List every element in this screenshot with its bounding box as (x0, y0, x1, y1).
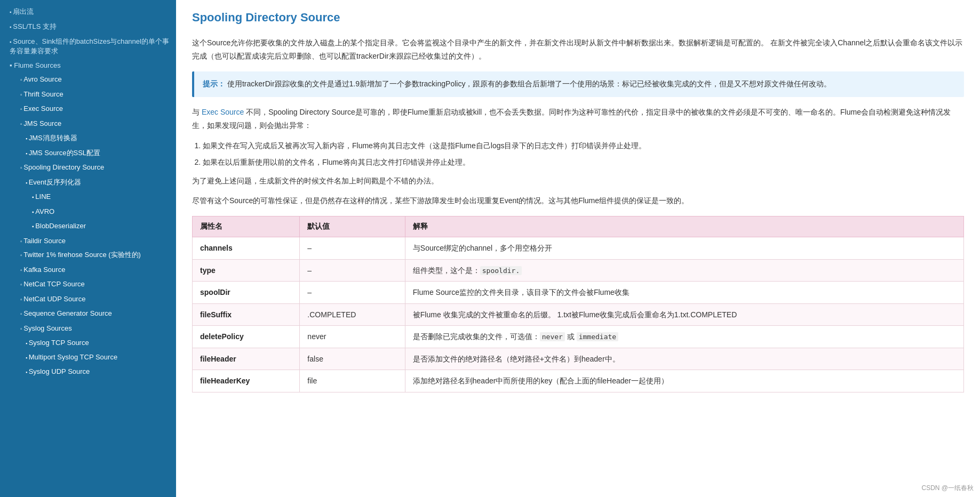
sidebar-item-jms-source[interactable]: JMS Source (0, 116, 176, 131)
sidebar-item-avro-source[interactable]: Avro Source (0, 72, 176, 87)
sidebar-item-netcat-udp[interactable]: NetCat UDP Source (0, 292, 176, 307)
sidebar-item-label: NetCat UDP Source (23, 295, 85, 303)
sidebar-item-label: JMS Source (23, 119, 61, 127)
col-header-default: 默认值 (300, 217, 405, 237)
sidebar-item-label: Kafka Source (23, 266, 65, 274)
table-cell-default: file (300, 370, 405, 392)
table-cell-prop: spoolDir (193, 282, 300, 303)
sidebar-item-label: NetCat TCP Source (23, 280, 84, 288)
sidebar-item-label: Exec Source (23, 105, 63, 113)
exec-source-link[interactable]: Exec Source (202, 108, 244, 116)
sidebar-item-thrift-source[interactable]: Thrift Source (0, 87, 176, 102)
exception-list: 如果文件在写入完成后又被再次写入新内容，Flume将向其日志文件（这是指Flum… (203, 139, 964, 169)
table-cell-desc: 组件类型，这个是：spooldir. (405, 259, 963, 282)
paragraph-3: 为了避免上述问题，生成新文件的时候文件名加上时间戳是个不错的办法。 (192, 174, 964, 188)
sidebar-item-label: Event反序列化器 (29, 178, 81, 186)
sidebar-item-label: Spooling Directory Source (23, 163, 104, 171)
table-cell-desc: Flume Source监控的文件夹目录，该目录下的文件会被Flume收集 (405, 282, 963, 303)
bullet-icon: ▪ (10, 61, 14, 69)
sidebar-item-taildir-source[interactable]: Taildir Source (0, 234, 176, 248)
table-cell-desc: 是否添加文件的绝对路径名（绝对路径+文件名）到header中。 (405, 348, 963, 370)
main-content: Spooling Directory Source 这个Source允许你把要收… (176, 0, 980, 497)
sidebar-item-blob-deser[interactable]: BlobDeserializer (0, 219, 176, 234)
sidebar-item-syslog-tcp[interactable]: Syslog TCP Source (0, 335, 176, 350)
col-header-desc: 解释 (405, 217, 963, 237)
sidebar-item-label: Syslog TCP Source (29, 339, 89, 347)
table-cell-default: – (300, 282, 405, 303)
table-row: deletePolicynever是否删除已完成收集的文件，可选值：never … (193, 326, 964, 348)
sidebar-item-twitter-source[interactable]: Twitter 1% firehose Source (实验性的) (0, 248, 176, 262)
sidebar-item-batch-sizes[interactable]: Source、Sink组件的batchSizes与channel的单个事务容量兼… (0, 34, 176, 59)
flume-sources-label: Flume Sources (14, 61, 60, 69)
sidebar-item-label: Source、Sink组件的batchSizes与channel的单个事务容量兼… (10, 37, 169, 55)
table-cell-prop: channels (193, 237, 300, 259)
sidebar-item-ssl-tls[interactable]: SSL/TLS 支持 (0, 19, 176, 34)
sidebar-item-spooling-dir[interactable]: Spooling Directory Source (0, 160, 176, 175)
sidebar-item-label: Taildir Source (23, 237, 66, 245)
sidebar-item-label: Sequence Generator Source (23, 309, 112, 317)
table-header-row: 属性名 默认值 解释 (193, 217, 964, 237)
table-row: fileHeaderfalse是否添加文件的绝对路径名（绝对路径+文件名）到he… (193, 348, 964, 370)
tip-content: 使用trackerDir跟踪收集的文件是通过1.9新增加了一个参数trackin… (227, 79, 832, 88)
col-header-prop: 属性名 (193, 217, 300, 237)
sidebar-item-label: Syslog UDP Source (29, 367, 90, 375)
sidebar-item-label: SSL/TLS 支持 (13, 22, 57, 30)
sidebar-item-label: LINE (35, 193, 51, 201)
sidebar-item-line[interactable]: LINE (0, 189, 176, 204)
table-cell-default: false (300, 348, 405, 370)
tip-label: 提示： (203, 79, 225, 88)
sidebar-flume-sources-title[interactable]: ▪ Flume Sources (0, 59, 176, 72)
p2-prefix: 与 (192, 108, 202, 116)
sidebar-item-syslog-sources[interactable]: Syslog Sources (0, 321, 176, 336)
sidebar-item-event-serializer[interactable]: Event反序列化器 (0, 175, 176, 190)
properties-table: 属性名 默认值 解释 channels–与Source绑定的channel，多个… (192, 216, 964, 392)
sidebar-item-jms-converter[interactable]: JMS消息转换器 (0, 131, 176, 146)
table-cell-default: – (300, 237, 405, 259)
table-cell-desc: 被Flume 收集完成的文件被重命名的后缀。 1.txt被Flume收集完成后会… (405, 303, 963, 325)
sidebar-item-label: 扇出流 (13, 7, 34, 15)
table-cell-prop: fileHeaderKey (193, 370, 300, 392)
sidebar-item-label: JMS消息转换器 (29, 134, 77, 142)
sidebar-item-label: Syslog Sources (23, 324, 71, 332)
table-row: fileSuffix.COMPLETED被Flume 收集完成的文件被重命名的后… (193, 303, 964, 325)
table-cell-prop: deletePolicy (193, 326, 300, 348)
paragraph-1: 这个Source允许你把要收集的文件放入磁盘上的某个指定目录。它会将监视这个目录… (192, 36, 964, 63)
sidebar-item-label: Avro Source (23, 75, 61, 83)
table-cell-desc: 与Source绑定的channel，多个用空格分开 (405, 237, 963, 259)
sidebar-item-label: Multiport Syslog TCP Source (29, 353, 117, 361)
sidebar-item-label: JMS Source的SSL配置 (29, 149, 100, 157)
sidebar-item-syslog-udp[interactable]: Syslog UDP Source (0, 364, 176, 379)
sidebar-item-label: BlobDeserializer (35, 222, 86, 230)
table-cell-prop: fileSuffix (193, 303, 300, 325)
sidebar-item-fan-out[interactable]: 扇出流 (0, 4, 176, 19)
sidebar-item-seq-gen[interactable]: Sequence Generator Source (0, 306, 176, 321)
page-title: Spooling Directory Source (192, 11, 964, 28)
table-cell-desc: 添加绝对路径名到header中而所使用的key（配合上面的fileHeader一… (405, 370, 963, 392)
table-cell-desc: 是否删除已完成收集的文件，可选值：never 或 immediate (405, 326, 963, 348)
list-item-2: 如果在以后重新使用以前的文件名，Flume将向其日志文件打印错误并停止处理。 (203, 156, 964, 169)
paragraph-2: 与 Exec Source 不同，Spooling Directory Sour… (192, 106, 964, 132)
sidebar-item-multiport-syslog[interactable]: Multiport Syslog TCP Source (0, 350, 176, 364)
table-cell-default: .COMPLETED (300, 303, 405, 325)
table-cell-prop: type (193, 259, 300, 282)
sidebar: 扇出流 SSL/TLS 支持 Source、Sink组件的batchSizes与… (0, 0, 176, 497)
table-row: spoolDir–Flume Source监控的文件夹目录，该目录下的文件会被F… (193, 282, 964, 303)
paragraph-4: 尽管有这个Source的可靠性保证，但是仍然存在这样的情况，某些下游故障发生时会… (192, 194, 964, 207)
tip-box: 提示： 使用trackerDir跟踪收集的文件是通过1.9新增加了一个参数tra… (192, 71, 964, 97)
sidebar-item-label: Thrift Source (23, 90, 63, 98)
sidebar-item-label: Twitter 1% firehose Source (实验性的) (23, 251, 141, 259)
table-cell-prop: fileHeader (193, 348, 300, 370)
table-row: type–组件类型，这个是：spooldir. (193, 259, 964, 282)
table-cell-default: never (300, 326, 405, 348)
sidebar-item-avro-deser[interactable]: AVRO (0, 204, 176, 219)
sidebar-item-exec-source[interactable]: Exec Source (0, 101, 176, 116)
p2-suffix: 不同，Spooling Directory Source是可靠的，即使Flume… (192, 108, 951, 130)
sidebar-item-kafka-source[interactable]: Kafka Source (0, 262, 176, 277)
sidebar-item-label: AVRO (35, 207, 54, 215)
sidebar-item-jms-ssl[interactable]: JMS Source的SSL配置 (0, 146, 176, 161)
table-row: channels–与Source绑定的channel，多个用空格分开 (193, 237, 964, 259)
table-row: fileHeaderKeyfile添加绝对路径名到header中而所使用的key… (193, 370, 964, 392)
list-item-1: 如果文件在写入完成后又被再次写入新内容，Flume将向其日志文件（这是指Flum… (203, 139, 964, 153)
sidebar-item-netcat-tcp[interactable]: NetCat TCP Source (0, 277, 176, 292)
table-cell-default: – (300, 259, 405, 282)
